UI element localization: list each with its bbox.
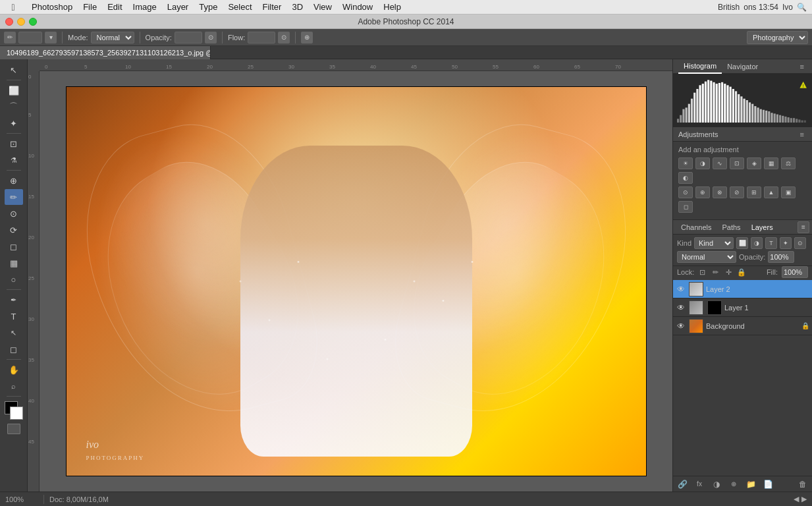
lock-position-icon[interactable]: ✛ [723,267,734,277]
posterize-button[interactable]: ⊞ [747,186,761,198]
opacity-input[interactable]: 100% [175,32,202,43]
menu-3d[interactable]: 3D [286,0,308,14]
layer-item-background[interactable]: 👁 Background 🔒 [673,317,812,335]
type-tool[interactable]: T [5,308,23,324]
layer-item-layer2[interactable]: 👁 Layer 2 [673,280,812,298]
path-select-tool[interactable]: ↖ [5,325,23,341]
menu-edit[interactable]: Edit [102,0,127,14]
levels-button[interactable]: ◑ [695,157,710,169]
dodge-tool[interactable]: ○ [5,271,23,287]
histogram-menu-button[interactable]: ≡ [798,63,807,70]
lock-all-icon[interactable]: 🔒 [736,267,747,277]
gradient-map-button[interactable]: ▣ [781,186,796,198]
menu-photoshop[interactable]: Photoshop [26,0,78,14]
menu-select[interactable]: Select [223,0,257,14]
photo-filter-button[interactable]: ⊙ [678,186,693,198]
gradient-tool[interactable]: ▦ [5,255,23,271]
tab-channels[interactable]: Channels [676,220,717,235]
blend-mode-select[interactable]: Normal [677,251,736,263]
menu-filter[interactable]: Filter [257,0,287,14]
color-balance-button[interactable]: ⚖ [781,157,796,169]
kind-select[interactable]: Kind [694,237,734,249]
shape-tool[interactable]: ◻ [5,341,23,357]
layer-styles-button[interactable]: fx [693,478,706,490]
quick-select-tool[interactable]: ✦ [5,115,23,131]
tab-navigator[interactable]: Navigator [722,59,763,74]
workspace-select[interactable]: Photography [747,31,808,44]
link-layers-button[interactable]: 🔗 [676,478,689,490]
color-lookup-button[interactable]: ⊗ [713,186,727,198]
kind-filter-type[interactable]: T [765,237,777,249]
menu-layer[interactable]: Layer [162,0,194,14]
kind-filter-adjust[interactable]: ◑ [751,237,763,249]
marquee-tool[interactable]: ⬜ [5,82,23,98]
kind-filter-shape[interactable]: ✦ [780,237,792,249]
menu-type[interactable]: Type [194,0,223,14]
menu-image[interactable]: Image [128,0,162,14]
brush-tool[interactable]: ✏ [5,189,23,205]
hsl-button[interactable]: ▦ [764,157,778,169]
clone-tool[interactable]: ⊙ [5,206,23,221]
quick-mask-toggle[interactable] [5,422,23,436]
brush-picker-button[interactable]: ▾ [45,32,57,43]
menu-file[interactable]: File [78,0,102,14]
adjustments-menu-button[interactable]: ≡ [798,130,807,138]
zoom-level[interactable]: 100% [5,495,38,503]
lasso-tool[interactable]: ⌒ [5,99,23,115]
layer-opacity-input[interactable] [768,251,794,263]
layer2-visibility-eye[interactable]: 👁 [676,284,686,295]
history-tool[interactable]: ⟳ [5,222,23,238]
curves-button[interactable]: ∿ [713,157,727,169]
prev-page-button[interactable]: ◀ [794,495,799,503]
new-group-button[interactable]: 📁 [744,478,757,490]
mode-select[interactable]: Normal [91,32,134,43]
canvas-inner[interactable]: ivoPHOTOGRAPHY [40,71,672,492]
selective-color-button[interactable]: ◻ [678,201,693,213]
airbrush-icon[interactable]: ⊕ [301,32,313,43]
document-tab[interactable]: 10496189_662793597138573_256392713110312… [0,46,211,59]
add-mask-button[interactable]: ◑ [710,478,723,490]
menu-window[interactable]: Window [337,0,378,14]
tab-paths[interactable]: Paths [717,220,745,235]
brush-icon[interactable]: ✏ [4,32,16,43]
kind-filter-pixel[interactable]: ⬜ [736,237,748,249]
color-swatches[interactable] [5,401,23,420]
threshold-button[interactable]: ▲ [764,186,778,198]
exposure-button[interactable]: ⊡ [730,157,744,169]
lock-transparent-icon[interactable]: ⊡ [697,267,707,277]
move-tool[interactable]: ↖ [5,62,23,78]
tab-histogram[interactable]: Histogram [678,59,722,74]
new-layer-button[interactable]: 📄 [761,478,774,490]
layer1-visibility-eye[interactable]: 👁 [676,302,686,313]
window-close-button[interactable] [5,18,13,26]
brush-size-input[interactable]: 175 [18,32,42,43]
zoom-tool[interactable]: ⌕ [5,378,23,394]
layer-item-layer1[interactable]: 👁 Layer 1 [673,298,812,317]
layers-menu-button[interactable]: ≡ [798,221,809,233]
new-fill-adjustment-button[interactable]: ⊕ [727,478,740,490]
spotlight-icon[interactable]: 🔍 [797,3,807,12]
crop-tool[interactable]: ⊡ [5,136,23,152]
menu-view[interactable]: View [308,0,337,14]
eraser-tool[interactable]: ◻ [5,239,23,254]
kind-filter-smart[interactable]: ⊙ [794,237,806,249]
background-visibility-eye[interactable]: 👁 [676,321,686,331]
hand-tool[interactable]: ✋ [5,362,23,378]
flow-pressure-icon[interactable]: ⊙ [278,32,290,43]
lock-image-icon[interactable]: ✏ [710,267,720,277]
flow-input[interactable]: 100% [248,32,275,43]
invert-button[interactable]: ⊘ [730,186,744,198]
bw-button[interactable]: ◐ [678,172,693,184]
apple-menu[interactable]:  [0,2,26,13]
opacity-pressure-icon[interactable]: ⊙ [205,32,217,43]
brightness-contrast-button[interactable]: ☀ [678,157,693,169]
background-color[interactable] [10,407,23,420]
eyedropper-tool[interactable]: ⚗ [5,152,23,168]
menu-help[interactable]: Help [378,0,406,14]
window-maximize-button[interactable] [29,18,37,26]
heal-tool[interactable]: ⊕ [5,173,23,188]
fill-input[interactable] [782,266,808,278]
tab-layers[interactable]: Layers [746,220,778,235]
document-canvas[interactable]: ivoPHOTOGRAPHY [67,87,646,476]
vibrance-button[interactable]: ◈ [747,157,761,169]
